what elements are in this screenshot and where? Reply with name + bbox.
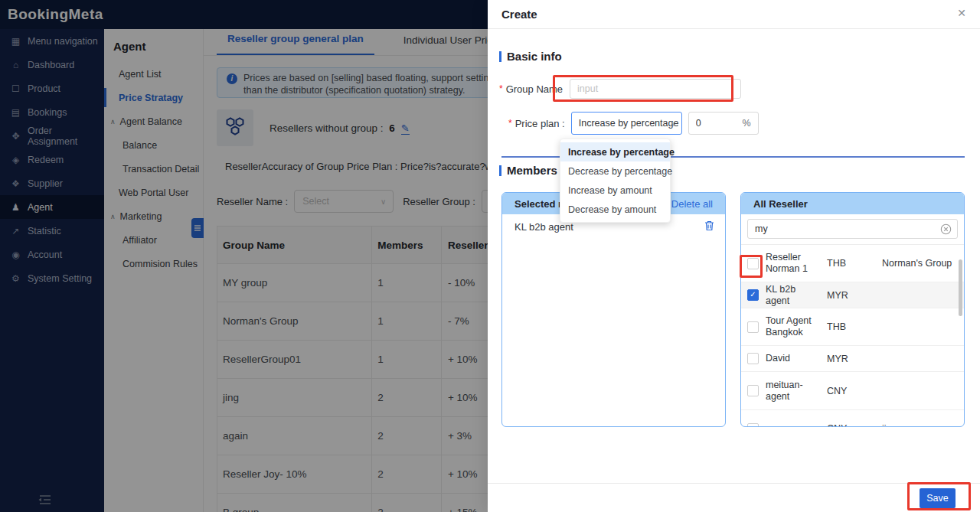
price-plan-value: Increase by percentage [579, 118, 679, 129]
price-plan-amount-field: % [688, 112, 759, 135]
drawer-header: Create ✕ [488, 0, 980, 29]
reseller-name: KL b2b agent [766, 284, 821, 307]
reseller-name: Tour Agent Bangkok [766, 315, 821, 338]
reseller-search-input[interactable] [748, 223, 924, 234]
group-name-input[interactable] [570, 79, 741, 99]
screen: BookingMeta ▦Menu navigation ⌂Dashboard … [0, 0, 980, 512]
reseller-currency: CNY [827, 386, 882, 396]
required-asterisk: * [508, 118, 512, 129]
price-plan-amount-input[interactable] [696, 118, 738, 129]
close-icon[interactable]: ✕ [957, 7, 966, 19]
price-plan-select[interactable]: Increase by percentage ∧ [571, 112, 682, 135]
basic-info-label: Basic info [507, 50, 562, 63]
dropdown-option-decrease-by-amount[interactable]: Decrease by amount [560, 200, 670, 219]
drawer-footer: Save [488, 483, 980, 512]
required-asterisk: * [499, 83, 503, 94]
checkbox[interactable]: ✓ [747, 423, 759, 428]
all-reseller-title: All Reseller [753, 198, 808, 210]
reseller-name: David [766, 353, 821, 364]
price-plan-row: * Price plan : Increase by percentage ∧ … [508, 112, 759, 135]
reseller-name: meituan-agent [766, 380, 821, 403]
selected-members-panel: Selected members Delete all KL b2b agent [501, 192, 726, 427]
section-bar [499, 165, 501, 176]
reseller-list-item[interactable]: ✓ KL b2b agent MYR [741, 282, 964, 308]
chevron-up-icon: ∧ [669, 119, 675, 128]
modal-dim-overlay [0, 0, 488, 512]
reseller-currency: CNY [827, 423, 882, 427]
reseller-list-item[interactable]: ✓ meituan-agent CNY [741, 372, 964, 410]
checkbox[interactable]: ✓ [747, 353, 759, 364]
reseller-name: wxy [766, 423, 821, 428]
all-reseller-header: All Reseller [741, 193, 964, 214]
checkbox[interactable]: ✓ [747, 385, 759, 396]
reseller-currency: MYR [827, 354, 882, 364]
reseller-group: jing [882, 423, 955, 427]
checkbox[interactable]: ✓ [747, 258, 759, 269]
percent-suffix: % [743, 118, 751, 129]
checkbox[interactable]: ✓ [747, 289, 759, 301]
list-scrollbar[interactable] [959, 259, 962, 316]
trash-icon[interactable] [704, 220, 714, 233]
delete-all-button[interactable]: Delete all [671, 198, 713, 210]
reseller-currency: MYR [827, 290, 882, 301]
price-plan-dropdown: Increase by percentage Decrease by perce… [560, 139, 671, 223]
reseller-currency: THB [827, 258, 882, 269]
reseller-list-item[interactable]: ✓ Tour Agent Bangkok THB [741, 308, 964, 346]
all-reseller-panel: All Reseller ✓ Reseller Norman 1 THB Nor… [740, 192, 965, 427]
dropdown-option-increase-by-amount[interactable]: Increase by amount [560, 181, 670, 200]
create-drawer: Create ✕ Basic info * Group Name * Price… [488, 0, 980, 512]
group-name-label: Group Name [506, 83, 563, 95]
save-button[interactable]: Save [920, 488, 956, 508]
reseller-group: Norman's Group [882, 258, 955, 269]
reseller-search-box [747, 219, 958, 239]
dropdown-option-increase-by-percentage[interactable]: Increase by percentage [560, 142, 670, 161]
clear-search-icon[interactable] [940, 223, 952, 238]
price-plan-label: Price plan : [515, 118, 565, 129]
reseller-name: Reseller Norman 1 [766, 252, 821, 275]
section-bar [499, 51, 501, 62]
reseller-list: ✓ Reseller Norman 1 THB Norman's Group ✓… [741, 244, 964, 427]
reseller-list-item[interactable]: ✓ Reseller Norman 1 THB Norman's Group [741, 245, 964, 282]
reseller-list-item[interactable]: ✓ David MYR [741, 346, 964, 372]
reseller-list-item[interactable]: ✓ wxy CNY jing [741, 410, 964, 427]
members-label: Members [507, 164, 557, 177]
group-name-row: * Group Name [499, 79, 741, 99]
dropdown-option-decrease-by-percentage[interactable]: Decrease by percentage [560, 161, 670, 181]
reseller-currency: THB [827, 321, 882, 332]
basic-info-section-title: Basic info [499, 50, 562, 63]
drawer-title: Create [501, 8, 537, 21]
checkbox[interactable]: ✓ [747, 321, 759, 333]
